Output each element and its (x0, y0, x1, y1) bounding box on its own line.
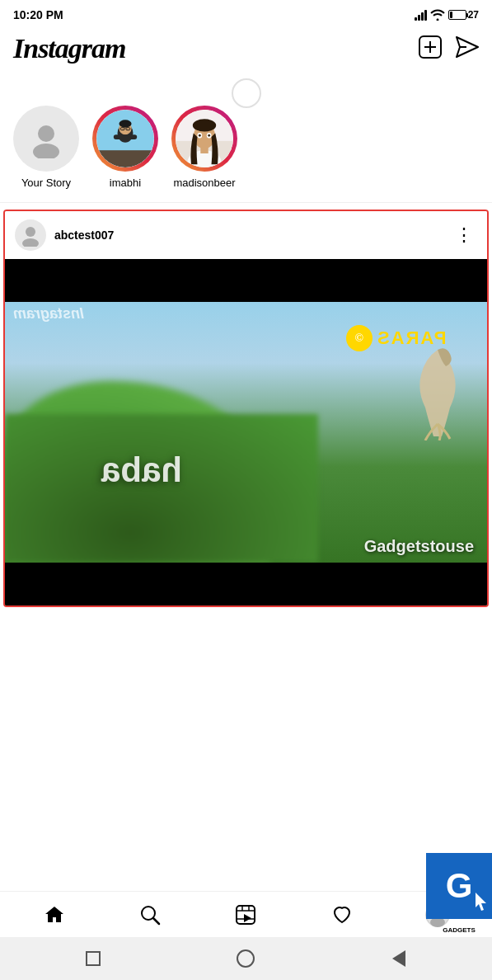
svg-point-25 (199, 134, 201, 137)
wifi-icon (430, 9, 445, 21)
imabhi-avatar-svg (96, 110, 154, 167)
svg-marker-36 (244, 914, 251, 922)
story-item-madisonbeer[interactable]: madisonbeer (171, 106, 237, 189)
add-icon (418, 35, 443, 59)
direct-messages-button[interactable] (456, 36, 479, 61)
svg-point-12 (119, 120, 131, 127)
svg-line-30 (153, 918, 159, 924)
post-user-icon (19, 224, 42, 247)
post-image: Instagram © PARAS haba Gadgetstouse (5, 259, 487, 605)
gadgets-label: GADGETS (443, 926, 476, 934)
post-card: abctest007 ⋮ Instagram © PARAS (3, 210, 489, 607)
svg-point-6 (33, 144, 59, 158)
madisonbeer-avatar-svg (176, 110, 233, 167)
status-time: 10:20 PM (13, 8, 63, 21)
haba-text: haba (101, 450, 182, 490)
nav-search-button[interactable] (129, 897, 171, 933)
story-item-your-story[interactable]: Your Story (13, 106, 79, 189)
letterbox-top (5, 259, 487, 302)
home-icon (44, 904, 65, 926)
gadgets-logo-box: G (426, 853, 492, 919)
android-home-button[interactable] (231, 944, 260, 973)
story-item-imabhi[interactable]: imabhi (92, 106, 158, 189)
your-story-avatar (13, 106, 79, 172)
yellow-circle-icon: © (346, 325, 373, 351)
bottom-nav (0, 891, 492, 937)
letterbox-bottom (5, 563, 487, 605)
story-avatar-inner-madisonbeer (176, 110, 233, 167)
new-post-button[interactable] (418, 35, 443, 63)
send-icon (456, 36, 479, 58)
signal-icon (415, 9, 427, 21)
loading-spinner (232, 78, 261, 108)
svg-point-28 (22, 238, 39, 247)
nav-reels-button[interactable] (224, 897, 267, 933)
battery-level: 27 (468, 9, 479, 21)
search-icon (139, 904, 161, 926)
app-header: Instagram (0, 26, 492, 74)
bird-svg (405, 342, 471, 441)
gadgets-arrow (472, 893, 489, 912)
svg-marker-3 (457, 37, 478, 57)
svg-point-5 (38, 125, 54, 142)
heart-icon (331, 904, 353, 926)
svg-point-26 (208, 134, 210, 137)
story-label-imabhi: imabhi (110, 177, 141, 189)
story-avatar-madisonbeer (171, 106, 237, 172)
status-icons: 27 (415, 9, 479, 21)
android-nav-bar (0, 937, 492, 980)
android-back-button[interactable] (384, 944, 414, 973)
app-logo: Instagram (13, 33, 126, 64)
post-username: abctest007 (54, 229, 114, 242)
home-button-icon (237, 949, 255, 968)
post-scene: Instagram © PARAS haba Gadgetstouse (5, 259, 487, 605)
stories-divider (0, 202, 492, 203)
post-header-left: abctest007 (15, 219, 114, 251)
story-avatar-imabhi (92, 106, 158, 172)
gadgets-g-letter: G (446, 869, 473, 903)
svg-rect-13 (114, 134, 137, 139)
post-avatar[interactable] (15, 219, 46, 251)
gadgetstouse-text: Gadgetstouse (364, 537, 474, 556)
gadgets-label-container: GADGETS (426, 919, 492, 937)
stories-row: Your Story (0, 99, 492, 202)
story-avatar-inner-imabhi (96, 110, 154, 167)
svg-point-27 (26, 227, 35, 237)
header-actions (418, 35, 479, 63)
battery-icon: 27 (448, 9, 479, 21)
gadgetstouse-watermark: G GADGETS (426, 853, 492, 937)
bird-silhouette (405, 342, 471, 444)
user-avatar-icon (26, 119, 66, 158)
android-recents-button[interactable] (78, 944, 108, 973)
status-bar: 10:20 PM 27 (0, 0, 492, 26)
back-icon (392, 950, 405, 967)
post-header: abctest007 ⋮ (5, 211, 487, 259)
story-label-your-story: Your Story (21, 177, 71, 189)
svg-rect-9 (96, 150, 154, 167)
story-label-madisonbeer: madisonbeer (173, 177, 235, 189)
reels-icon (235, 904, 256, 926)
mirror-instagram-text: Instagram (13, 305, 84, 323)
nav-likes-button[interactable] (321, 897, 363, 933)
recents-icon (86, 951, 101, 966)
post-options-button[interactable]: ⋮ (452, 224, 477, 246)
svg-point-22 (193, 119, 216, 131)
nav-home-button[interactable] (33, 897, 76, 933)
